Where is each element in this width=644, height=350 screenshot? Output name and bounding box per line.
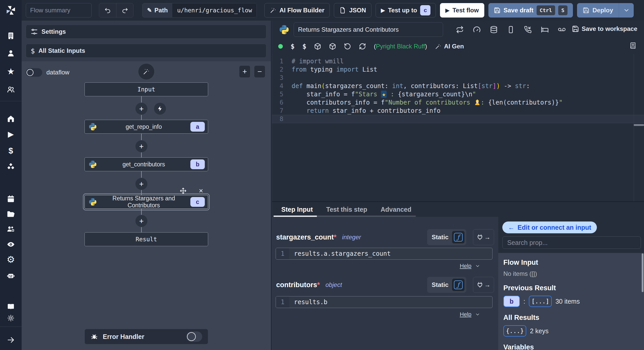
flow-settings-button[interactable]: Settings xyxy=(26,25,266,39)
delete-node-icon[interactable]: × xyxy=(199,187,203,194)
suspend-phone-icon[interactable] xyxy=(524,26,532,33)
cache-database-icon[interactable] xyxy=(490,26,498,33)
ai-gen-button[interactable]: AI Gen xyxy=(435,43,464,50)
ai-robot-icon[interactable] xyxy=(0,269,22,282)
mock-voicemail-icon[interactable] xyxy=(558,26,566,33)
variable-picker-button[interactable]: $ xyxy=(291,42,295,50)
deploy-more-button[interactable] xyxy=(619,3,634,18)
concurrency-gauge-icon[interactable] xyxy=(473,26,481,33)
reload-refresh-icon[interactable] xyxy=(359,43,366,50)
reset-rotate-ccw-icon[interactable] xyxy=(344,43,351,50)
expression-editor[interactable]: 1 results.b xyxy=(276,296,493,308)
add-step-button[interactable]: + xyxy=(135,215,148,227)
variables-dollar-icon[interactable]: $ xyxy=(0,144,22,157)
save-icon xyxy=(583,7,589,14)
field-type: object xyxy=(326,281,342,288)
tab-advanced[interactable]: Advanced xyxy=(381,206,411,213)
windmill-logo[interactable] xyxy=(0,3,22,18)
code-editor[interactable]: 1# import wmill2from typing import List3… xyxy=(272,54,644,201)
settings-gear-icon[interactable]: ⚙ xyxy=(0,253,22,266)
flow-summary-input[interactable] xyxy=(26,3,92,18)
javascript-mode-option[interactable]: ƒ xyxy=(452,231,464,243)
workspace-icon[interactable] xyxy=(0,29,22,42)
ai-flow-builder-button[interactable]: AI Flow Builder xyxy=(264,3,330,18)
save-to-workspace-button[interactable]: Save to workspace xyxy=(572,25,637,32)
help-toggle[interactable]: Help xyxy=(460,263,480,269)
all-results-object-badge[interactable]: {...} xyxy=(503,325,526,337)
add-step-button[interactable]: + xyxy=(135,103,148,115)
code-line[interactable]: 6 contributors_info = f"Number of contri… xyxy=(272,98,644,107)
javascript-mode-option[interactable]: ƒ xyxy=(452,279,464,291)
result-node[interactable]: Result xyxy=(84,232,208,246)
tab-test-this-step[interactable]: Test this step xyxy=(326,206,367,213)
code-line[interactable]: 1# import wmill xyxy=(272,57,644,65)
expand-sidebar-arrow-icon[interactable] xyxy=(0,333,22,347)
zoom-out-button[interactable]: − xyxy=(254,65,265,78)
prev-result-array-badge[interactable]: [...] xyxy=(529,296,552,307)
resources-cubes-icon[interactable] xyxy=(0,160,22,174)
deploy-button[interactable]: Deploy xyxy=(577,3,619,18)
python-icon xyxy=(279,24,290,37)
code-line[interactable]: 5 star_info = f"Stars ★ : {stargazers_co… xyxy=(272,90,644,98)
groups-icon[interactable] xyxy=(0,83,22,96)
home-icon[interactable] xyxy=(0,112,22,125)
test-up-to-button[interactable]: ▶ Test up to c xyxy=(376,3,436,18)
panel-scrollbar-thumb[interactable] xyxy=(642,253,643,292)
error-handler-row[interactable]: Error Handler xyxy=(84,329,208,344)
flow-input-empty: No items ([]) xyxy=(503,270,644,277)
trigger-zap-button[interactable] xyxy=(154,103,166,115)
code-line[interactable]: 3 xyxy=(272,74,644,82)
prev-result-key-badge[interactable]: b xyxy=(503,296,520,307)
test-flow-button[interactable]: ▶ Test flow xyxy=(440,3,484,18)
add-step-button[interactable]: + xyxy=(135,178,148,190)
schedules-calendar-icon[interactable] xyxy=(0,192,22,206)
docs-book-icon[interactable] xyxy=(630,42,636,49)
edit-or-connect-button[interactable]: ← Edit or connect an input xyxy=(502,221,597,233)
favorites-star-icon[interactable]: ★ xyxy=(0,65,22,78)
error-handler-toggle[interactable] xyxy=(186,331,202,342)
code-line[interactable]: 7 return star_info + contributors_info xyxy=(272,107,644,115)
workers-users-gear-icon[interactable] xyxy=(0,223,22,236)
ai-builder-wand-button[interactable] xyxy=(138,63,155,80)
add-step-button[interactable]: + xyxy=(135,140,148,152)
path-chip[interactable]: ✎ Path u/henri/gracious_flow xyxy=(142,3,257,18)
dataflow-toggle[interactable] xyxy=(26,68,42,77)
static-mode-toggle[interactable]: Static ƒ xyxy=(427,229,466,245)
undo-button[interactable] xyxy=(99,3,116,17)
save-draft-button[interactable]: Save draft Ctrl S xyxy=(488,3,573,18)
input-node[interactable]: Input xyxy=(84,82,208,96)
tab-step-input[interactable]: Step Input xyxy=(281,206,313,213)
resource-picker-button[interactable]: $ xyxy=(302,42,307,50)
step-node-b[interactable]: get_contributors b xyxy=(84,157,208,171)
user-icon[interactable] xyxy=(0,47,22,60)
theme-sun-icon[interactable] xyxy=(0,311,22,325)
connect-input-button[interactable]: → xyxy=(473,229,494,245)
json-button[interactable]: JSON xyxy=(334,3,371,18)
all-static-inputs-button[interactable]: $ All Static Inputs xyxy=(26,44,266,58)
step-node-c-selected[interactable]: Returns Stargazers and Contributors c xyxy=(84,195,208,209)
early-stop-square-icon[interactable] xyxy=(507,26,515,33)
code-line[interactable]: 4def main(stargazers_count: int, contrib… xyxy=(272,82,644,90)
static-mode-toggle[interactable]: Static ƒ xyxy=(427,277,466,293)
package-icon[interactable] xyxy=(329,43,336,50)
connect-input-button[interactable]: → xyxy=(473,277,494,293)
sleep-bed-icon[interactable] xyxy=(541,26,549,33)
search-prop-input[interactable] xyxy=(502,236,641,249)
editor-scrollbar-thumb[interactable] xyxy=(634,124,644,126)
audit-eye-icon[interactable] xyxy=(0,238,22,251)
zoom-in-button[interactable]: + xyxy=(239,65,250,78)
folders-icon[interactable] xyxy=(0,207,22,221)
runs-play-icon[interactable]: ▶ xyxy=(0,127,22,141)
code-line[interactable]: 8 xyxy=(272,115,644,123)
redo-button[interactable] xyxy=(116,3,133,17)
package-icon[interactable] xyxy=(314,43,321,50)
expression-editor[interactable]: 1 results.a.stargazers_count xyxy=(276,248,493,260)
step-node-a[interactable]: get_repo_info a xyxy=(84,120,208,134)
line-number: 8 xyxy=(272,115,283,123)
code-line[interactable]: 2from typing import List xyxy=(272,65,644,74)
step-detail-panel: Step Input Test this step Advanced starg… xyxy=(272,201,644,350)
help-toggle[interactable]: Help xyxy=(460,311,480,318)
step-title-input[interactable] xyxy=(294,22,443,37)
move-node-icon[interactable] xyxy=(180,187,187,194)
retry-repeat-icon[interactable] xyxy=(456,26,464,33)
